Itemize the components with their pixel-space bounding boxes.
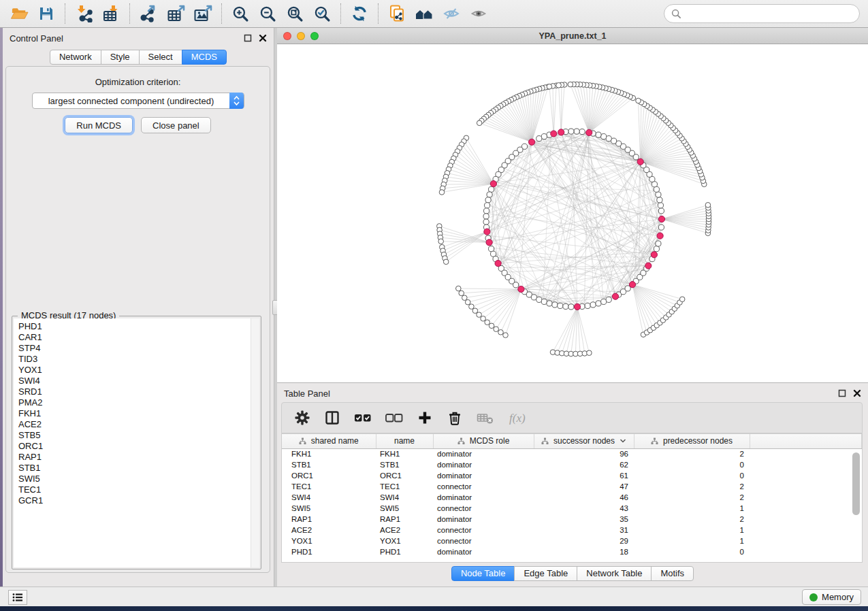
table-options-button[interactable] [294,410,310,426]
select-all-columns-button[interactable] [354,410,372,426]
zoom-in-button[interactable] [227,2,254,25]
import-table-button[interactable] [97,2,125,25]
tab-style[interactable]: Style [101,50,140,65]
mcds-result-item[interactable]: STP4 [18,343,259,354]
float-panel-icon[interactable] [244,34,252,42]
show-hidden-button[interactable] [438,2,465,25]
table-row[interactable]: TEC1TEC1connector472 [282,481,862,492]
mcds-result-item[interactable]: SWI4 [18,376,259,386]
mcds-result-item[interactable]: PHD1 [18,321,259,332]
tab-node-table[interactable]: Node Table [451,566,515,581]
column-header-MCDS-role[interactable]: MCDS role [433,434,534,448]
table-row[interactable]: ORC1ORC1dominator610 [282,470,862,481]
table-row[interactable]: SWI5SWI5connector431 [282,503,862,514]
table-scrollbar-thumb[interactable] [852,452,860,515]
column-type-icon [457,437,465,445]
close-panel-icon[interactable] [259,34,267,42]
mcds-result-item[interactable]: GCR1 [18,495,259,506]
optimization-criterion-select[interactable]: largest connected component (undirected) [32,93,244,109]
plus-icon [417,410,433,426]
cell-name: RAP1 [376,514,433,525]
cell-MCDS-role: dominator [433,470,534,481]
column-header-predecessor-nodes[interactable]: predecessor nodes [634,434,750,448]
cell-successor-nodes: 62 [534,459,634,470]
mcds-result-item[interactable]: TID3 [18,354,259,365]
cell-MCDS-role: dominator [433,546,534,557]
search-input[interactable] [686,9,852,19]
import-network-icon [75,5,93,22]
float-panel-icon[interactable] [838,389,846,397]
table-row[interactable]: STB1STB1dominator620 [282,459,862,470]
zoom-selected-button[interactable] [308,2,336,25]
mcds-result-item[interactable]: CAR1 [18,332,259,343]
table-row[interactable]: SWI4SWI4dominator462 [282,492,862,503]
export-table-button[interactable] [162,2,189,25]
network-graph[interactable] [277,44,868,382]
add-column-button[interactable] [417,410,433,426]
table-row[interactable]: YOX1YOX1connector291 [282,535,862,546]
close-panel-icon[interactable] [853,389,861,397]
table-row[interactable]: RAP1RAP1dominator352 [282,514,862,525]
tab-motifs[interactable]: Motifs [651,566,694,581]
cell-predecessor-nodes: 2 [634,514,750,525]
mcds-result-item[interactable]: TEC1 [18,484,259,495]
maximize-window-icon[interactable] [310,32,319,40]
unselect-all-columns-button[interactable] [385,410,403,426]
table-row[interactable]: PHD1PHD1dominator180 [282,546,862,557]
open-file-button[interactable] [5,2,33,25]
network-canvas[interactable] [277,44,868,382]
mcds-result-item[interactable]: FKH1 [18,408,259,419]
clone-network-button[interactable] [383,2,411,25]
column-type-icon [541,437,549,445]
column-header-successor-nodes[interactable]: successor nodes [534,434,634,448]
tab-select[interactable]: Select [139,50,182,65]
zoom-fit-button[interactable] [281,2,308,25]
column-header-name[interactable]: name [376,434,433,448]
mcds-result-item[interactable]: ORC1 [18,441,259,452]
mcds-result-item[interactable]: RAP1 [18,452,259,463]
zoom-out-button[interactable] [254,2,281,25]
tab-edge-table[interactable]: Edge Table [514,566,577,581]
mcds-result-item[interactable]: SRD1 [18,386,259,397]
mcds-result-item[interactable]: SWI5 [18,474,259,484]
hide-selected-button[interactable] [465,2,492,25]
minimize-window-icon[interactable] [297,32,305,40]
show-columns-button[interactable] [324,410,340,426]
refresh-button[interactable] [346,2,373,25]
column-header-shared-name[interactable]: shared name [282,434,376,448]
mcds-result-item[interactable]: STB5 [18,430,259,441]
save-session-button[interactable] [33,2,60,25]
zoom-out-icon [259,5,276,22]
task-history-button[interactable] [8,590,27,605]
delete-column-button[interactable] [447,410,463,426]
tab-network[interactable]: Network [50,50,101,65]
import-network-button[interactable] [70,2,97,25]
search-box[interactable] [664,4,860,23]
run-mcds-button[interactable]: Run MCDS [65,117,133,133]
table-row[interactable]: ACE2ACE2connector311 [282,525,862,535]
mcds-result-list[interactable]: PHD1CAR1STP4TID3YOX1SWI4SRD1PMA2FKH1ACE2… [14,318,259,567]
export-network-button[interactable] [135,2,162,25]
table-row[interactable]: FKH1FKH1dominator962 [282,448,862,459]
list-icon [12,593,23,602]
table-toolbar: f(x) [281,402,863,433]
close-window-icon[interactable] [283,32,291,40]
close-panel-button[interactable]: Close panel [141,117,211,133]
cell-successor-nodes: 31 [534,525,634,535]
mcds-result-item[interactable]: ACE2 [18,419,259,430]
mcds-result-item[interactable]: YOX1 [18,365,259,376]
tab-mcds[interactable]: MCDS [182,50,227,65]
apply-function-button[interactable]: f(x) [508,409,535,427]
delete-table-button[interactable] [477,410,494,426]
mcds-result-item[interactable]: STB1 [18,463,259,474]
result-list-scrollbar[interactable] [251,318,259,567]
tab-network-table[interactable]: Network Table [577,566,652,581]
mcds-result-item[interactable]: PMA2 [18,397,259,408]
node-table[interactable]: shared namenameMCDS rolesuccessor nodesp… [281,433,863,563]
memory-button[interactable]: Memory [802,589,861,605]
export-image-button[interactable] [189,2,216,25]
table-scrollbar[interactable] [852,451,860,560]
network-view-titlebar[interactable]: YPA_prune.txt_1 [277,28,868,44]
column-type-icon [651,437,658,445]
first-neighbors-button[interactable] [411,2,438,25]
